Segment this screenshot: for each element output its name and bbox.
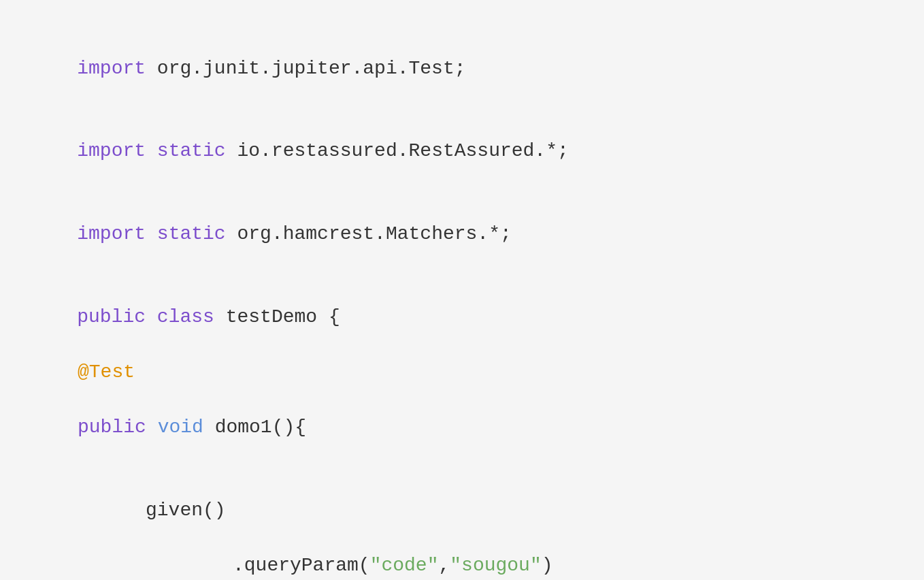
keyword-class: class [157, 306, 214, 327]
keyword-import: import [77, 58, 146, 79]
code-line-9: .queryParam("code","sougou") [31, 552, 893, 580]
code-line-4: public class testDemo { [31, 276, 893, 359]
code-line-3: import static org.hamcrest.Matchers.*; [31, 193, 893, 276]
code-line-2: import static io.restassured.RestAssured… [31, 110, 893, 193]
keyword-void: void [158, 417, 203, 438]
code-line-1: import org.junit.jupiter.api.Test; [31, 27, 893, 110]
code-line-6: public void domo1(){ [31, 414, 893, 469]
keyword-public2: public [78, 417, 146, 438]
keyword-static2: static [157, 223, 226, 244]
annotation-test: @Test [78, 361, 135, 383]
code-viewer: import org.junit.jupiter.api.Test; impor… [0, 0, 924, 580]
keyword-static1: static [157, 140, 226, 161]
code-line-8: given() [31, 497, 893, 552]
keyword-public1: public [77, 306, 146, 327]
string-sougou: "sougou" [450, 555, 541, 576]
code-line-empty1 [31, 470, 893, 498]
string-code: "code" [370, 555, 439, 576]
keyword-import3: import [77, 223, 146, 244]
code-line-5: @Test [31, 359, 893, 414]
keyword-import2: import [77, 140, 146, 161]
